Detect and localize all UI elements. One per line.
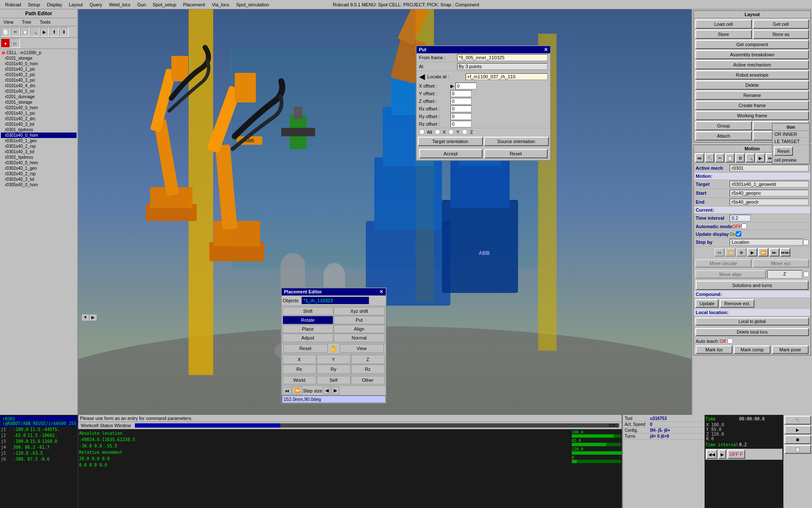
br-icon-4[interactable]: 📋 xyxy=(785,445,811,454)
from-frame-input[interactable] xyxy=(457,54,548,61)
tree-item-2[interactable]: r0101s40_0_hom xyxy=(1,61,77,66)
toolbar-btn-2[interactable]: ✂ xyxy=(11,27,20,36)
mark-pose-btn[interactable]: Mark pose xyxy=(772,345,809,354)
z-btn[interactable]: Z xyxy=(351,355,385,364)
put-btn[interactable]: Put xyxy=(334,316,385,324)
view-btn[interactable]: View xyxy=(340,344,384,353)
toolbar-btn-7[interactable]: ⬇ xyxy=(59,27,69,36)
x-btn[interactable]: X xyxy=(283,355,316,364)
toolbar-btn-9[interactable]: ▷ xyxy=(11,39,20,48)
attach-btn[interactable]: Attach xyxy=(695,131,752,141)
motion-icon-1[interactable]: ⏮ xyxy=(695,153,704,163)
tree-item-3[interactable]: r0101s40_1_pic xyxy=(1,66,77,72)
motion-icon-2[interactable]: 🔧 xyxy=(705,153,714,163)
rx-btn[interactable]: Rx xyxy=(283,364,316,374)
xyz-shift-btn[interactable]: Xyz shift xyxy=(334,307,385,315)
tree-item-18[interactable]: r0301s40_3_tol xyxy=(1,149,77,155)
motion-icon-6[interactable]: 🔍 xyxy=(746,153,755,163)
tree-item-16[interactable]: r0301s40_1_geo xyxy=(1,138,77,144)
tree-item-1[interactable]: r0101_storage xyxy=(1,55,77,61)
tree-item-14[interactable]: r0301_tipdress xyxy=(1,127,77,133)
step-by-checkbox[interactable] xyxy=(803,240,809,245)
group-btn[interactable]: Group xyxy=(695,121,752,130)
tree-item-6[interactable]: r0101s40_4_drc xyxy=(1,83,77,88)
time-interval-input[interactable] xyxy=(730,215,751,221)
x-offset-input[interactable] xyxy=(455,83,477,89)
working-frame-btn[interactable]: Working frame xyxy=(695,111,809,120)
put-close-icon[interactable]: ✕ xyxy=(544,47,548,52)
transport-next-btn[interactable]: ⏩ xyxy=(758,248,768,257)
tree-item-22[interactable]: r0302s40_2_rsp xyxy=(1,171,77,177)
toolbar-btn-1[interactable]: 📄 xyxy=(1,27,10,36)
transport-prev-step-btn[interactable]: ⏪ xyxy=(292,387,302,395)
reset-btn[interactable]: Reset xyxy=(484,149,548,158)
delete-btn[interactable]: Delete xyxy=(695,80,809,90)
transport-prev-btn[interactable]: ⏮ xyxy=(283,387,291,395)
transport-prev-btn[interactable]: ⏪ xyxy=(725,248,735,257)
update-btn[interactable]: Update xyxy=(695,299,719,308)
move-align-btn[interactable]: Move align xyxy=(695,270,766,279)
transport-first-btn[interactable]: ⏮ xyxy=(714,248,724,257)
rz-btn[interactable]: Rz xyxy=(351,364,385,374)
align-btn[interactable]: Align xyxy=(334,325,385,333)
robot-envelope-btn[interactable]: Robot envelope xyxy=(695,70,809,80)
move-xyz-btn[interactable]: Move xyz xyxy=(753,259,809,268)
adjust-btn[interactable]: Adjust xyxy=(283,334,334,342)
tree-item-11[interactable]: r0201s40_1_pic xyxy=(1,110,77,116)
menubar-item-robcad[interactable]: Robcad xyxy=(2,1,25,8)
path-menu-tree[interactable]: Tree xyxy=(19,19,34,25)
menubar-item-query[interactable]: Query xyxy=(86,1,106,8)
menubar-item-weldlocs[interactable]: Weld_locs xyxy=(106,1,134,8)
move-align-checkbox[interactable] xyxy=(804,270,809,279)
solutions-turns-btn[interactable]: Solutions and turns xyxy=(696,281,809,290)
toolbar-btn-5[interactable]: ▶ xyxy=(40,27,49,36)
tree-item-20[interactable]: r0302s40_0_hom xyxy=(1,160,77,166)
toolbar-btn-6[interactable]: ⬆ xyxy=(49,27,59,36)
objects-input[interactable] xyxy=(302,297,369,304)
store-btn[interactable]: Store xyxy=(695,30,752,39)
x-radio[interactable] xyxy=(435,129,440,135)
auto-mode-checkbox[interactable] xyxy=(741,224,747,229)
assembly-breakdown-btn[interactable]: Assembly breakdown xyxy=(695,50,809,59)
tree-item-cell[interactable]: CELL : m1100lh_p xyxy=(1,50,77,55)
tree-item-15[interactable]: r0301s40_0_hom xyxy=(1,133,77,138)
get-component-btn[interactable]: Get component xyxy=(695,40,809,49)
rx-offset-input[interactable] xyxy=(450,105,472,112)
tion-reset-btn[interactable]: Reset xyxy=(774,146,793,156)
toolbar-btn-4[interactable]: 🔍 xyxy=(30,27,39,36)
active-mechanism-btn[interactable]: Active mechanism xyxy=(695,60,809,69)
br-icon-3[interactable]: ⏹ xyxy=(785,435,811,444)
step-size-left-btn[interactable]: ◀ xyxy=(323,387,331,395)
other-btn[interactable]: Other xyxy=(351,376,385,384)
store-as-btn[interactable]: Store as xyxy=(753,30,809,39)
rename-btn[interactable]: Rename xyxy=(695,91,809,100)
create-frame-btn[interactable]: Create frame xyxy=(695,101,809,110)
motion-icon-3[interactable]: ✂ xyxy=(715,153,724,163)
rotate-btn[interactable]: Rotate xyxy=(283,316,334,324)
path-menu-tools[interactable]: Tools xyxy=(37,19,53,25)
tree-item-10[interactable]: r0201s40_0_hom xyxy=(1,105,77,110)
z-radio[interactable] xyxy=(462,129,467,135)
motion-icon-5[interactable]: ⚙ xyxy=(735,153,745,163)
path-menu-view[interactable]: View xyxy=(1,19,16,25)
rz-offset-input[interactable] xyxy=(450,121,472,127)
update-display-checkbox[interactable] xyxy=(736,231,741,237)
off-toggle-btn[interactable]: OFF F xyxy=(727,450,745,459)
step-size-right-btn[interactable]: ▶ xyxy=(332,387,339,395)
y-radio[interactable] xyxy=(448,129,454,135)
bottom-btn-1[interactable]: ◀◀ xyxy=(706,450,717,459)
locate-at-input[interactable] xyxy=(466,73,548,80)
z-offset-input[interactable] xyxy=(450,98,472,105)
world-btn[interactable]: World xyxy=(283,376,316,384)
tree-item-5[interactable]: r0101s40_3_pic xyxy=(1,77,77,83)
tree-item-17[interactable]: r0301s40_2_rsp xyxy=(1,144,77,149)
ry-offset-input[interactable] xyxy=(450,113,472,120)
mark-comp-btn[interactable]: Mark comp xyxy=(734,345,771,354)
transport-last-btn[interactable]: ⏭⏭ xyxy=(780,248,790,257)
tree-item-13[interactable]: r0201s40_3_tol xyxy=(1,121,77,127)
normal-btn[interactable]: Normal xyxy=(334,334,385,342)
get-cell-btn[interactable]: Get cell xyxy=(753,19,809,29)
place-btn[interactable]: Place xyxy=(283,325,334,333)
tree-item-12[interactable]: r0201s40_2_drc xyxy=(1,116,77,121)
local-to-global-btn[interactable]: Local to global xyxy=(695,318,809,326)
